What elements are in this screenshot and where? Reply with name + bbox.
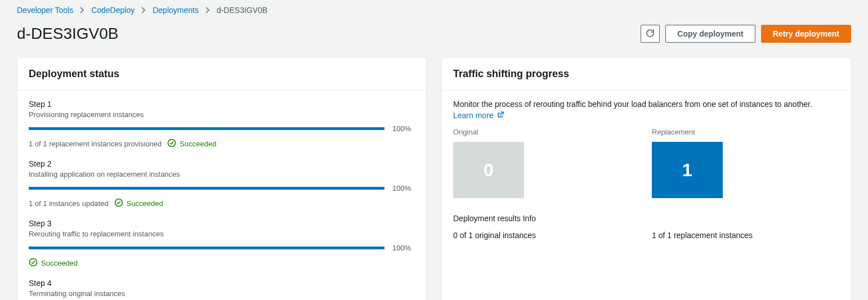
chevron-right-icon [205,7,210,14]
breadcrumb-link-developer-tools[interactable]: Developer Tools [17,6,73,15]
step-title: Step 2 [29,159,415,168]
breadcrumb-current: d-DES3IGV0B [217,6,267,15]
check-circle-icon [167,138,176,149]
breadcrumb: Developer Tools CodeDeploy Deployments d… [17,6,851,15]
breadcrumb-link-deployments[interactable]: Deployments [153,6,199,15]
check-circle-icon [114,198,123,209]
panel-title: Traffic shifting progress [453,68,839,80]
deployment-status-panel: Deployment status Step 1 Provisioning re… [17,57,427,300]
replacement-column: Replacement 1 [652,128,839,198]
status-badge: Succeeded [114,198,163,209]
panel-title: Deployment status [29,68,415,80]
panel-header: Deployment status [17,58,426,91]
progress-row: 100% [29,184,415,192]
refresh-button[interactable] [641,25,660,43]
progress-percent: 100% [392,244,415,252]
progress-row: 100% [29,244,415,252]
page-title: d-DES3IGV0B [17,25,119,43]
progress-percent: 100% [392,184,415,192]
external-link-icon [497,111,504,120]
learn-more-link[interactable]: Learn more [453,111,504,120]
step-description: Rerouting traffic to replacement instanc… [29,230,415,238]
original-column: Original 0 [453,128,641,198]
page-actions: Copy deployment Retry deployment [641,25,851,43]
step-description: Installing application on replacement in… [29,170,415,178]
status-badge: Succeeded [167,138,216,149]
step-title: Step 1 [29,100,415,109]
progress-bar [29,127,384,130]
status-prefix: 1 of 1 instances updated [29,199,109,208]
step-status: 1 of 1 instances updated Succeeded [29,198,415,209]
check-circle-icon [29,258,38,268]
deployment-step: Step 2 Installing application on replace… [29,159,415,209]
chevron-right-icon [80,7,84,14]
chevron-right-icon [141,7,146,14]
breadcrumb-link-codedeploy[interactable]: CodeDeploy [91,6,135,15]
progress-bar [29,247,384,249]
deployment-step: Step 4 Terminating original instances 10… [29,279,415,300]
panel-body: Monitor the process of rerouting traffic… [442,91,851,251]
replacement-result: 1 of 1 replacement instances [652,231,839,240]
original-label: Original [453,128,641,136]
deployment-results-label: Deployment results Info [453,214,839,223]
panels: Deployment status Step 1 Provisioning re… [17,57,851,300]
status-label: Succeeded [41,259,78,267]
deployment-step: Step 3 Rerouting traffic to replacement … [29,219,415,268]
step-description: Terminating original instances [29,289,415,298]
status-label: Succeeded [127,199,163,208]
step-description: Provisioning replacement instances [29,110,415,119]
page-header: d-DES3IGV0B Copy deployment Retry deploy… [17,25,851,43]
replacement-tile: 1 [652,142,723,198]
step-status: Succeeded [29,258,415,268]
deployment-step: Step 1 Provisioning replacement instance… [29,100,415,149]
replacement-label: Replacement [652,128,839,136]
retry-deployment-button[interactable]: Retry deployment [761,25,851,43]
step-title: Step 4 [29,279,415,288]
step-title: Step 3 [29,219,415,228]
status-badge: Succeeded [29,258,78,268]
refresh-icon [646,29,655,39]
status-label: Succeeded [180,140,216,148]
progress-row: 100% [29,124,415,133]
traffic-shifting-panel: Traffic shifting progress Monitor the pr… [441,57,851,300]
progress-bar [29,187,384,190]
step-status: 1 of 1 replacement instances provisioned… [29,138,415,149]
panel-header: Traffic shifting progress [442,58,851,91]
copy-deployment-button[interactable]: Copy deployment [665,25,755,43]
traffic-columns: Original 0 Replacement 1 [453,128,839,198]
deployment-results: 0 of 1 original instances 1 of 1 replace… [453,231,839,240]
traffic-shifting-description: Monitor the process of rerouting traffic… [453,100,839,109]
progress-percent: 100% [392,124,415,133]
learn-more-label: Learn more [453,111,494,120]
original-result: 0 of 1 original instances [453,231,641,240]
panel-body: Step 1 Provisioning replacement instance… [17,91,426,300]
status-prefix: 1 of 1 replacement instances provisioned [29,140,162,148]
original-tile: 0 [453,142,524,198]
